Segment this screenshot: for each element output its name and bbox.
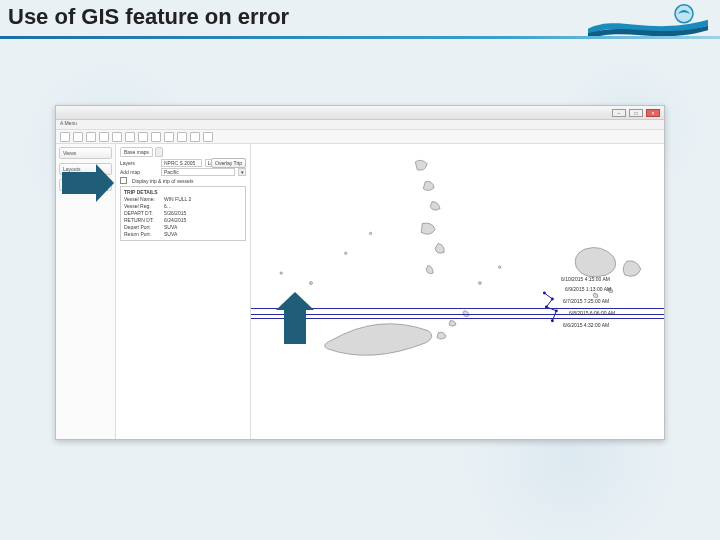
kv-val: 6…	[164, 203, 172, 209]
point-label: 6/9/2015 1:13:00 AM	[565, 286, 611, 292]
annotation-arrow-right	[62, 172, 96, 194]
svg-point-11	[555, 309, 558, 312]
toolbar-icon[interactable]	[151, 132, 161, 142]
toolbar-icon[interactable]	[125, 132, 135, 142]
toolbar-icon[interactable]	[73, 132, 83, 142]
window-titlebar: – □ ×	[56, 106, 664, 120]
svg-point-4	[345, 252, 347, 254]
kv-val: SUVA	[164, 224, 177, 230]
annotation-arrow-up	[284, 310, 306, 344]
chevron-down-icon[interactable]: ▾	[238, 168, 246, 176]
toolbar-icon[interactable]	[112, 132, 122, 142]
toolbar-icon[interactable]	[190, 132, 200, 142]
kv-key: RETURN DT:	[124, 217, 164, 223]
properties-panel: Base maps Layers NPRC S 2005 Location ▾ …	[116, 144, 251, 439]
app-window: – □ × A Menu Views Layouts GIS Feature B…	[55, 105, 665, 440]
window-max-button[interactable]: □	[629, 109, 643, 117]
toolbar-icon[interactable]	[203, 132, 213, 142]
svg-point-12	[551, 319, 554, 322]
svg-point-3	[280, 272, 282, 274]
kv-key: Depart Port:	[124, 224, 164, 230]
kv-val: 6/24/2015	[164, 217, 186, 223]
menu-bar[interactable]: A Menu	[56, 120, 664, 130]
tab-secondary[interactable]	[155, 147, 163, 157]
kv-key: DEPART DT:	[124, 210, 164, 216]
point-label: 6/8/2015 6:06:00 AM	[569, 310, 615, 316]
kv-val: WIN FULL 2	[164, 196, 191, 202]
svg-point-6	[478, 282, 481, 285]
point-label: 6/6/2015 4:32:00 AM	[563, 322, 609, 328]
svg-point-7	[499, 266, 501, 268]
kv-key: Vessel Name:	[124, 196, 164, 202]
page-title: Use of GIS feature on error	[8, 4, 289, 30]
point-label: 6/7/2015 7:25:00 AM	[563, 298, 609, 304]
toolbar-icon[interactable]	[164, 132, 174, 142]
svg-point-9	[551, 297, 554, 300]
window-min-button[interactable]: –	[612, 109, 626, 117]
kv-key: Return Port:	[124, 231, 164, 237]
kv-val: 5/26/2015	[164, 210, 186, 216]
svg-point-8	[543, 292, 546, 295]
checkbox-label: Display trip & trip of vessels	[132, 178, 193, 184]
toolbar-icon[interactable]	[177, 132, 187, 142]
field-label: Add map	[120, 169, 158, 175]
svg-point-5	[369, 232, 371, 234]
svg-point-1	[310, 282, 313, 285]
svg-point-0	[675, 5, 693, 23]
layers-select[interactable]: NPRC S 2005	[161, 159, 202, 167]
title-divider	[0, 36, 720, 39]
overlay-trip-button[interactable]: Overlay Trip	[211, 158, 246, 168]
trip-details-box: TRIP DETAILS Vessel Name:WIN FULL 2 Vess…	[120, 186, 246, 241]
point-label: 6/10/2015 4:15:00 AM	[561, 276, 610, 282]
group-title: TRIP DETAILS	[124, 189, 242, 195]
window-close-button[interactable]: ×	[646, 109, 660, 117]
kv-val: SUVA	[164, 231, 177, 237]
kv-key: Vessel Reg:	[124, 203, 164, 209]
display-trip-checkbox[interactable]	[120, 177, 127, 184]
toolbar-icon[interactable]	[99, 132, 109, 142]
addmap-select[interactable]: Pacific	[161, 168, 235, 176]
toolbar	[56, 130, 664, 144]
error-track-line	[251, 318, 664, 319]
sidebar-btn-views[interactable]: Views	[59, 147, 112, 159]
toolbar-icon[interactable]	[60, 132, 70, 142]
field-label: Layers	[120, 160, 158, 166]
tab-basemaps[interactable]: Base maps	[120, 147, 153, 157]
toolbar-icon[interactable]	[86, 132, 96, 142]
toolbar-icon[interactable]	[138, 132, 148, 142]
